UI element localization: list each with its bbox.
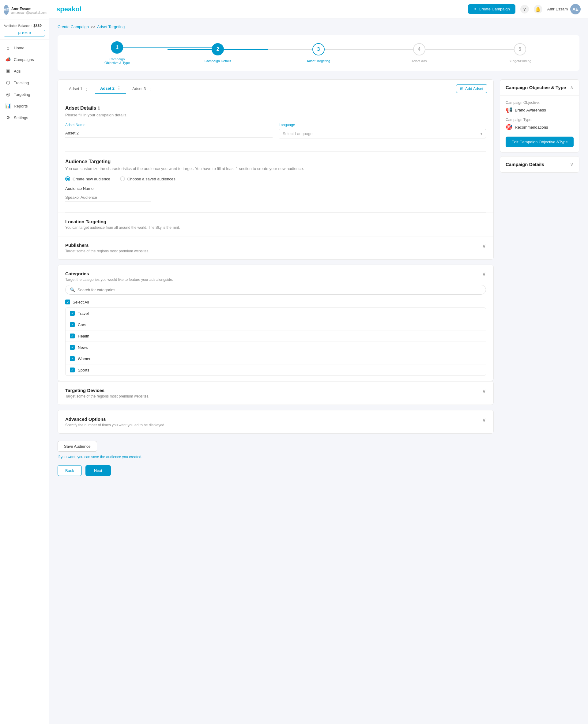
sidebar-item-ads[interactable]: ▣ Ads — [0, 65, 49, 77]
tracking-icon: ⬡ — [5, 80, 11, 85]
user-info[interactable]: Amr Essam AE — [547, 4, 581, 15]
side-objective-body: Campaign Objective: 📢 Brand Awareness Ca… — [500, 95, 579, 152]
adset-details-section: Adset Details ℹ Please fill in your camp… — [58, 98, 493, 151]
checkmark-icon: ✓ — [71, 323, 74, 327]
choose-saved-audience-option[interactable]: Choose a saved audiences — [120, 176, 175, 181]
info-icon[interactable]: ℹ — [98, 106, 100, 110]
sidebar-item-settings[interactable]: ⚙ Settings — [0, 112, 49, 123]
travel-checkbox[interactable]: ✓ — [70, 311, 75, 316]
step-5-circle: 5 — [514, 43, 526, 56]
stepper: 1 Campaign Objective & Type 2 Campaign D… — [58, 35, 580, 71]
publishers-header[interactable]: Publishers Target some of the regions mo… — [65, 242, 486, 253]
advanced-options-section: Advanced Options Specify the number of t… — [58, 410, 493, 433]
step-1: 1 Campaign Objective & Type — [67, 41, 168, 65]
language-field: Language Select Language — [279, 123, 486, 139]
header-user-name: Amr Essam — [547, 7, 568, 11]
breadcrumb-parent[interactable]: Create Campaign — [58, 24, 89, 29]
sidebar-item-home[interactable]: ⌂ Home — [0, 42, 49, 54]
logo: speakol — [56, 5, 82, 13]
ads-icon: ▣ — [5, 68, 11, 74]
sidebar-item-targeting[interactable]: ◎ Targeting — [0, 88, 49, 100]
campaign-objective-label: Campaign Objective: — [506, 101, 574, 105]
default-button[interactable]: $ Default — [4, 30, 45, 37]
targeting-devices-chevron-icon[interactable]: ∨ — [482, 388, 486, 395]
adset3-dots-icon[interactable]: ⋮ — [148, 86, 152, 91]
save-audience-button[interactable]: Save Audience — [58, 441, 97, 452]
campaign-objective-value: 📢 Brand Awareness — [506, 107, 574, 113]
form-actions: Back Next — [58, 465, 494, 476]
sidebar-item-label: Targeting — [14, 92, 30, 97]
category-sports: Sports — [78, 368, 89, 372]
side-objective-title: Campaign Objective & Type — [506, 85, 566, 90]
objective-chevron-icon[interactable]: ∧ — [570, 85, 574, 90]
cars-checkbox[interactable]: ✓ — [70, 322, 75, 327]
sports-checkbox[interactable]: ✓ — [70, 367, 75, 372]
page-body: Adset 1 ⋮ Adset 2 ⋮ Adset 3 ⋮ — [58, 79, 580, 482]
add-adset-button[interactable]: ⊞ Add Adset — [456, 84, 487, 93]
audience-targeting-subtitle: You can customize the characteristics of… — [65, 166, 486, 171]
back-button[interactable]: Back — [58, 465, 82, 476]
create-campaign-button[interactable]: ✦ Create Campaign — [468, 4, 516, 14]
categories-chevron-icon[interactable]: ∧ — [482, 271, 486, 278]
next-button[interactable]: Next — [85, 465, 111, 476]
edit-objective-button[interactable]: Edit Campaign Objective &Type — [506, 136, 574, 147]
categories-section: Categories Target the categories you wou… — [58, 264, 494, 381]
publishers-chevron-icon[interactable]: ∨ — [482, 242, 486, 249]
news-checkbox[interactable]: ✓ — [70, 345, 75, 350]
audience-name-input[interactable] — [65, 193, 151, 202]
advanced-options-chevron-icon[interactable]: ∨ — [482, 417, 486, 423]
create-new-audience-option[interactable]: Create new audience — [65, 176, 110, 181]
sidebar: AE Amr Essam amr.essam@speakol.com Avail… — [0, 0, 49, 724]
brand-awareness-icon: 📢 — [506, 107, 512, 113]
adset1-dots-icon[interactable]: ⋮ — [84, 86, 89, 91]
language-select[interactable]: Select Language — [279, 129, 486, 139]
step-4-label: Adset Ads — [412, 59, 427, 63]
checkmark-icon: ✓ — [71, 312, 74, 316]
side-objective-header: Campaign Objective & Type ∧ — [500, 80, 579, 95]
health-checkbox[interactable]: ✓ — [70, 334, 75, 338]
category-women: Women — [78, 357, 91, 361]
select-all-checkbox[interactable]: ✓ — [65, 300, 70, 304]
category-news: News — [78, 345, 88, 350]
help-icon[interactable]: ? — [520, 5, 529, 14]
sidebar-item-label: Ads — [14, 69, 21, 73]
footer-actions: Save Audience If you want, you can save … — [58, 439, 494, 482]
main-panel: Adset 1 ⋮ Adset 2 ⋮ Adset 3 ⋮ — [58, 79, 494, 482]
checkmark-icon: ✓ — [71, 345, 74, 349]
balance-amount: $839 — [34, 24, 42, 28]
adset-tab-1[interactable]: Adset 1 ⋮ — [64, 84, 94, 94]
women-checkbox[interactable]: ✓ — [70, 356, 75, 361]
sidebar-item-campaigns[interactable]: 📣 Campaigns — [0, 54, 49, 65]
step-2-circle: 2 — [212, 43, 224, 56]
notification-icon[interactable]: 🔔 — [534, 5, 542, 14]
balance-label: Available Balance : — [4, 24, 32, 27]
save-hint: If you want, you can save the audience y… — [58, 455, 494, 459]
publishers-desc: Target some of the regions most premium … — [65, 249, 149, 253]
main-area: speakol ✦ Create Campaign ? 🔔 Amr Essam … — [49, 0, 588, 724]
step-2-label: Campaign Details — [205, 59, 231, 63]
adset2-dots-icon[interactable]: ⋮ — [117, 85, 121, 91]
adset-name-input[interactable] — [65, 129, 273, 137]
user-avatar: AE — [570, 4, 581, 15]
sidebar-balance: Available Balance : $839 $ Default — [0, 20, 49, 40]
language-label: Language — [279, 123, 486, 127]
details-chevron-icon[interactable]: ∨ — [570, 162, 574, 167]
sidebar-item-reports[interactable]: 📊 Reports — [0, 100, 49, 112]
sidebar-item-tracking[interactable]: ⬡ Tracking — [0, 77, 49, 88]
header-right: ✦ Create Campaign ? 🔔 Amr Essam AE — [468, 4, 581, 15]
adset-tab-2[interactable]: Adset 2 ⋮ — [95, 83, 126, 94]
adset-tab-3[interactable]: Adset 3 ⋮ — [127, 84, 158, 94]
advanced-options-desc: Specify the number of times you want you… — [65, 423, 165, 427]
targeting-devices-title: Targeting Devices — [65, 388, 149, 393]
checkmark-icon: ✓ — [66, 300, 69, 304]
advanced-options-header[interactable]: Advanced Options Specify the number of t… — [65, 417, 486, 427]
targeting-devices-card: Targeting Devices Target some of the reg… — [58, 381, 494, 405]
step-3: 3 Adset Targeting — [268, 43, 369, 63]
categories-search-input[interactable] — [78, 288, 481, 292]
step-3-circle: 3 — [312, 43, 324, 56]
targeting-devices-header[interactable]: Targeting Devices Target some of the reg… — [65, 388, 486, 399]
adset-details-title: Adset Details ℹ — [65, 105, 486, 111]
step-1-circle: 1 — [111, 41, 123, 54]
categories-header: Categories Target the categories you wou… — [58, 265, 493, 285]
location-targeting-header[interactable]: Location Targeting You can target audien… — [65, 219, 486, 230]
